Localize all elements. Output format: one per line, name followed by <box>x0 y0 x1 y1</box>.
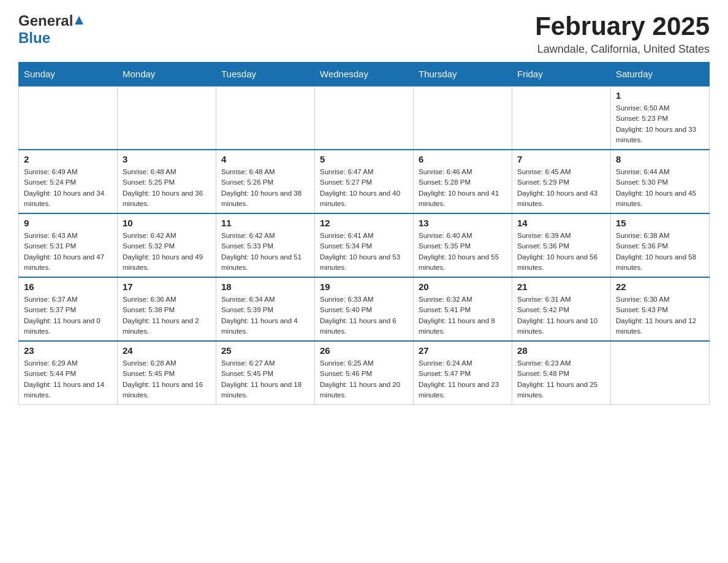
day-info: Sunrise: 6:39 AMSunset: 5:36 PMDaylight:… <box>517 231 605 273</box>
day-info: Sunrise: 6:42 AMSunset: 5:33 PMDaylight:… <box>221 231 309 273</box>
day-number: 17 <box>123 282 211 292</box>
day-info: Sunrise: 6:45 AMSunset: 5:29 PMDaylight:… <box>517 167 605 209</box>
day-info: Sunrise: 6:44 AMSunset: 5:30 PMDaylight:… <box>616 167 704 209</box>
day-number: 25 <box>221 345 309 356</box>
calendar-week-row: 23Sunrise: 6:29 AMSunset: 5:44 PMDayligh… <box>19 341 710 405</box>
calendar-day-cell: 24Sunrise: 6:28 AMSunset: 5:45 PMDayligh… <box>118 341 216 405</box>
day-info: Sunrise: 6:50 AMSunset: 5:23 PMDaylight:… <box>616 103 704 145</box>
page-header: General Blue February 2025 Lawndale, Cal… <box>18 12 710 56</box>
day-info: Sunrise: 6:36 AMSunset: 5:38 PMDaylight:… <box>123 294 211 337</box>
calendar-week-row: 16Sunrise: 6:37 AMSunset: 5:37 PMDayligh… <box>19 277 710 341</box>
day-number: 9 <box>24 218 112 228</box>
calendar-table: SundayMondayTuesdayWednesdayThursdayFrid… <box>18 62 710 405</box>
calendar-day-cell <box>315 86 414 150</box>
logo-triangle-icon <box>74 15 85 26</box>
calendar-day-header: Wednesday <box>315 63 414 86</box>
day-info: Sunrise: 6:34 AMSunset: 5:39 PMDaylight:… <box>221 294 309 337</box>
day-number: 3 <box>123 154 211 164</box>
logo-general-text: General <box>18 12 73 29</box>
calendar-day-cell: 7Sunrise: 6:45 AMSunset: 5:29 PMDaylight… <box>512 150 611 213</box>
logo: General Blue <box>18 12 85 47</box>
calendar-week-row: 9Sunrise: 6:43 AMSunset: 5:31 PMDaylight… <box>19 213 710 277</box>
day-number: 5 <box>320 154 408 164</box>
calendar-day-cell: 10Sunrise: 6:42 AMSunset: 5:32 PMDayligh… <box>118 213 216 277</box>
calendar-day-cell: 18Sunrise: 6:34 AMSunset: 5:39 PMDayligh… <box>216 277 315 341</box>
day-info: Sunrise: 6:47 AMSunset: 5:27 PMDaylight:… <box>320 167 408 209</box>
day-info: Sunrise: 6:42 AMSunset: 5:32 PMDaylight:… <box>123 231 211 273</box>
day-number: 13 <box>419 218 507 228</box>
calendar-day-cell: 17Sunrise: 6:36 AMSunset: 5:38 PMDayligh… <box>118 277 216 341</box>
calendar-day-cell: 6Sunrise: 6:46 AMSunset: 5:28 PMDaylight… <box>414 150 512 213</box>
day-info: Sunrise: 6:41 AMSunset: 5:34 PMDaylight:… <box>320 231 408 273</box>
calendar-day-header: Tuesday <box>216 63 315 86</box>
calendar-day-cell: 26Sunrise: 6:25 AMSunset: 5:46 PMDayligh… <box>315 341 414 405</box>
calendar-day-cell: 9Sunrise: 6:43 AMSunset: 5:31 PMDaylight… <box>19 213 118 277</box>
day-info: Sunrise: 6:40 AMSunset: 5:35 PMDaylight:… <box>419 231 507 273</box>
day-number: 15 <box>616 218 704 228</box>
calendar-day-cell <box>216 86 315 150</box>
calendar-day-cell: 22Sunrise: 6:30 AMSunset: 5:43 PMDayligh… <box>611 277 710 341</box>
calendar-day-cell: 28Sunrise: 6:23 AMSunset: 5:48 PMDayligh… <box>512 341 611 405</box>
calendar-day-header: Saturday <box>611 63 710 86</box>
calendar-day-cell: 14Sunrise: 6:39 AMSunset: 5:36 PMDayligh… <box>512 213 611 277</box>
day-info: Sunrise: 6:31 AMSunset: 5:42 PMDaylight:… <box>517 294 605 337</box>
calendar-day-cell: 5Sunrise: 6:47 AMSunset: 5:27 PMDaylight… <box>315 150 414 213</box>
calendar-day-cell: 25Sunrise: 6:27 AMSunset: 5:45 PMDayligh… <box>216 341 315 405</box>
day-info: Sunrise: 6:32 AMSunset: 5:41 PMDaylight:… <box>419 294 507 337</box>
day-number: 27 <box>419 345 507 356</box>
svg-marker-0 <box>75 16 83 25</box>
day-info: Sunrise: 6:43 AMSunset: 5:31 PMDaylight:… <box>24 231 112 273</box>
calendar-day-header: Sunday <box>19 63 118 86</box>
day-number: 4 <box>221 154 309 164</box>
day-info: Sunrise: 6:27 AMSunset: 5:45 PMDaylight:… <box>221 358 309 400</box>
calendar-day-cell: 21Sunrise: 6:31 AMSunset: 5:42 PMDayligh… <box>512 277 611 341</box>
calendar-day-cell: 16Sunrise: 6:37 AMSunset: 5:37 PMDayligh… <box>19 277 118 341</box>
calendar-day-header: Friday <box>512 63 611 86</box>
day-info: Sunrise: 6:33 AMSunset: 5:40 PMDaylight:… <box>320 294 408 337</box>
logo-blue-text: Blue <box>18 29 50 47</box>
day-number: 11 <box>221 218 309 228</box>
calendar-day-cell <box>19 86 118 150</box>
day-info: Sunrise: 6:29 AMSunset: 5:44 PMDaylight:… <box>24 358 112 400</box>
day-info: Sunrise: 6:48 AMSunset: 5:26 PMDaylight:… <box>221 167 309 209</box>
day-number: 22 <box>616 282 704 292</box>
calendar-day-cell: 20Sunrise: 6:32 AMSunset: 5:41 PMDayligh… <box>414 277 512 341</box>
page-subtitle: Lawndale, California, United States <box>535 43 710 56</box>
calendar-day-cell: 13Sunrise: 6:40 AMSunset: 5:35 PMDayligh… <box>414 213 512 277</box>
calendar-day-cell: 4Sunrise: 6:48 AMSunset: 5:26 PMDaylight… <box>216 150 315 213</box>
day-number: 8 <box>616 154 704 164</box>
day-info: Sunrise: 6:23 AMSunset: 5:48 PMDaylight:… <box>517 358 605 400</box>
day-info: Sunrise: 6:48 AMSunset: 5:25 PMDaylight:… <box>123 167 211 209</box>
day-number: 16 <box>24 282 112 292</box>
calendar-day-cell: 11Sunrise: 6:42 AMSunset: 5:33 PMDayligh… <box>216 213 315 277</box>
day-info: Sunrise: 6:30 AMSunset: 5:43 PMDaylight:… <box>616 294 704 337</box>
calendar-header-row: SundayMondayTuesdayWednesdayThursdayFrid… <box>19 63 710 86</box>
calendar-week-row: 1Sunrise: 6:50 AMSunset: 5:23 PMDaylight… <box>19 86 710 150</box>
calendar-day-cell: 27Sunrise: 6:24 AMSunset: 5:47 PMDayligh… <box>414 341 512 405</box>
calendar-week-row: 2Sunrise: 6:49 AMSunset: 5:24 PMDaylight… <box>19 150 710 213</box>
logo-line1: General <box>18 12 85 29</box>
calendar-day-cell <box>611 341 710 405</box>
day-number: 10 <box>123 218 211 228</box>
page-title: February 2025 <box>535 12 710 40</box>
calendar-day-cell: 23Sunrise: 6:29 AMSunset: 5:44 PMDayligh… <box>19 341 118 405</box>
calendar-day-cell: 15Sunrise: 6:38 AMSunset: 5:36 PMDayligh… <box>611 213 710 277</box>
calendar-day-cell: 3Sunrise: 6:48 AMSunset: 5:25 PMDaylight… <box>118 150 216 213</box>
day-number: 18 <box>221 282 309 292</box>
day-info: Sunrise: 6:25 AMSunset: 5:46 PMDaylight:… <box>320 358 408 400</box>
day-number: 21 <box>517 282 605 292</box>
day-number: 24 <box>123 345 211 356</box>
day-number: 19 <box>320 282 408 292</box>
day-number: 20 <box>419 282 507 292</box>
calendar-day-cell: 8Sunrise: 6:44 AMSunset: 5:30 PMDaylight… <box>611 150 710 213</box>
day-number: 6 <box>419 154 507 164</box>
day-number: 14 <box>517 218 605 228</box>
day-info: Sunrise: 6:28 AMSunset: 5:45 PMDaylight:… <box>123 358 211 400</box>
day-info: Sunrise: 6:49 AMSunset: 5:24 PMDaylight:… <box>24 167 112 209</box>
calendar-day-cell <box>118 86 216 150</box>
day-info: Sunrise: 6:24 AMSunset: 5:47 PMDaylight:… <box>419 358 507 400</box>
logo-line2: Blue <box>18 29 50 47</box>
calendar-day-header: Thursday <box>414 63 512 86</box>
title-block: February 2025 Lawndale, California, Unit… <box>535 12 710 56</box>
calendar-day-header: Monday <box>118 63 216 86</box>
